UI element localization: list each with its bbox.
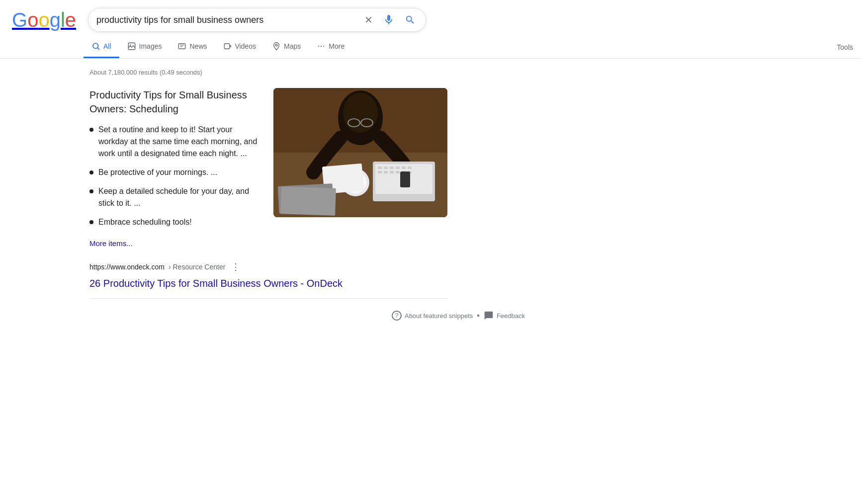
footer-dot: • — [477, 311, 480, 320]
list-item: Be protective of your mornings. ... — [89, 167, 261, 178]
feedback-button[interactable]: Feedback — [484, 311, 525, 321]
google-logo[interactable]: G o o g l e — [12, 9, 76, 31]
snippet-bullet-2: Be protective of your mornings. ... — [98, 167, 217, 178]
svg-rect-38 — [400, 171, 410, 187]
search-bar: ✕ — [88, 8, 426, 32]
tab-all-label: All — [103, 42, 111, 50]
logo-letter-e: e — [65, 9, 76, 31]
svg-rect-25 — [384, 167, 388, 169]
tab-images-label: Images — [139, 42, 162, 50]
tab-news-label: News — [189, 42, 207, 50]
svg-point-9 — [318, 46, 319, 47]
search-input[interactable] — [96, 15, 362, 25]
snippet-text: Productivity Tips for Small Business Own… — [89, 88, 261, 248]
svg-rect-31 — [384, 171, 388, 173]
source-url: https://www.ondeck.com › Resource Center… — [89, 259, 447, 274]
nav-tabs: All Images News Videos Maps — [0, 36, 861, 59]
voice-search-button[interactable] — [381, 12, 397, 28]
tab-videos[interactable]: Videos — [215, 36, 264, 58]
images-icon — [127, 42, 136, 51]
tab-more[interactable]: More — [309, 36, 352, 58]
snippet-list: Set a routine and keep to it! Start your… — [89, 124, 261, 228]
svg-point-3 — [130, 44, 131, 45]
tab-maps[interactable]: Maps — [264, 36, 309, 58]
more-items-link[interactable]: More items... — [89, 239, 133, 248]
tab-news[interactable]: News — [170, 36, 215, 58]
tab-all[interactable]: All — [84, 36, 119, 58]
search-bar-wrapper: ✕ — [88, 8, 426, 32]
search-button[interactable] — [403, 12, 418, 27]
all-icon — [91, 42, 100, 51]
snippet-image — [273, 88, 447, 217]
question-icon: ? — [392, 311, 402, 321]
footer-bar: ? About featured snippets • Feedback — [89, 307, 537, 325]
svg-rect-29 — [408, 167, 412, 169]
snippet-title: Productivity Tips for Small Business Own… — [89, 88, 261, 116]
tools-tab[interactable]: Tools — [829, 37, 861, 57]
bullet-icon — [89, 189, 93, 193]
search-icons: ✕ — [362, 12, 418, 28]
divider — [89, 298, 447, 299]
snippet-bullet-4: Embrace scheduling tools! — [98, 216, 192, 228]
microphone-icon — [383, 14, 395, 26]
svg-point-11 — [323, 46, 324, 47]
svg-rect-28 — [402, 167, 406, 169]
svg-rect-24 — [378, 167, 382, 169]
logo-letter-o2: o — [38, 9, 49, 31]
tab-more-label: More — [329, 42, 344, 50]
clear-button[interactable]: ✕ — [362, 12, 375, 28]
featured-snippet: Productivity Tips for Small Business Own… — [89, 88, 447, 248]
header: G o o g l e ✕ — [0, 0, 861, 32]
videos-icon — [223, 42, 232, 51]
snippet-bullet-1: Set a routine and keep to it! Start your… — [98, 124, 261, 160]
svg-point-10 — [321, 46, 322, 47]
maps-icon — [272, 42, 281, 51]
bullet-icon — [89, 170, 93, 174]
svg-line-1 — [97, 48, 99, 49]
clear-icon: ✕ — [364, 14, 373, 26]
bullet-icon — [89, 128, 93, 132]
source-result: https://www.ondeck.com › Resource Center… — [89, 259, 447, 290]
svg-rect-33 — [396, 171, 400, 173]
result-title-link[interactable]: 26 Productivity Tips for Small Business … — [89, 278, 343, 289]
results-count: About 7,180,000 results (0.49 seconds) — [89, 69, 447, 76]
snippet-bullet-3: Keep a detailed schedule for your day, a… — [98, 185, 261, 209]
list-item: Keep a detailed schedule for your day, a… — [89, 185, 261, 209]
list-item: Embrace scheduling tools! — [89, 216, 261, 228]
bullet-icon — [89, 220, 93, 224]
main-content: About 7,180,000 results (0.49 seconds) P… — [0, 59, 447, 299]
svg-point-15 — [343, 93, 378, 133]
desk-illustration — [273, 88, 447, 217]
search-icon — [405, 14, 416, 25]
tab-maps-label: Maps — [284, 42, 301, 50]
svg-rect-37 — [280, 186, 336, 216]
svg-rect-27 — [396, 167, 400, 169]
logo-letter-g2: g — [50, 9, 61, 31]
svg-rect-32 — [390, 171, 394, 173]
feedback-label: Feedback — [497, 312, 525, 320]
logo-letter-o1: o — [27, 9, 38, 31]
result-menu-button[interactable]: ⋮ — [229, 259, 242, 274]
news-icon — [177, 42, 186, 51]
about-snippets-label: About featured snippets — [405, 312, 473, 320]
desk-scene — [273, 88, 447, 217]
logo-letter-l: l — [61, 9, 65, 31]
tab-images[interactable]: Images — [119, 36, 170, 58]
source-breadcrumb: › Resource Center — [169, 263, 225, 271]
svg-rect-30 — [378, 171, 382, 173]
more-icon — [317, 42, 326, 51]
about-snippets[interactable]: ? About featured snippets — [392, 311, 473, 321]
svg-rect-4 — [179, 44, 186, 49]
logo-letter-g: G — [12, 9, 27, 31]
feedback-icon — [484, 311, 494, 321]
svg-rect-26 — [390, 167, 394, 169]
tab-videos-label: Videos — [235, 42, 257, 50]
source-url-text: https://www.ondeck.com — [89, 263, 165, 271]
svg-rect-7 — [224, 44, 230, 49]
list-item: Set a routine and keep to it! Start your… — [89, 124, 261, 160]
